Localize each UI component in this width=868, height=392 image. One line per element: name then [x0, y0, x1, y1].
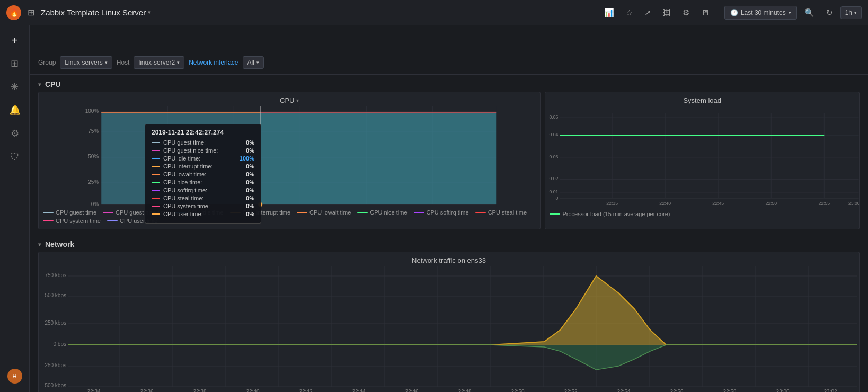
- app-logo[interactable]: 🔥: [6, 5, 21, 20]
- time-picker[interactable]: 🕐 Last 30 minutes ▾: [724, 6, 797, 20]
- legend-item: CPU guest time: [43, 209, 96, 216]
- tooltip-row-nice: CPU nice time: 0%: [152, 179, 254, 185]
- sidebar-item-shield[interactable]: 🛡: [4, 146, 25, 167]
- cpu-tooltip: 2019-11-21 22:42:27.274 CPU guest time: …: [145, 124, 261, 224]
- tooltip-dot: [152, 182, 160, 183]
- topbar-actions: 📊 ☆ ↗ 🖼 ⚙ 🖥 🕐 Last 30 minutes ▾ 🔍 ↻ 1h ▾: [600, 5, 862, 21]
- legend-item: CPU nice time: [357, 209, 407, 216]
- star-button[interactable]: ☆: [622, 5, 637, 21]
- svg-text:0 bps: 0 bps: [54, 341, 66, 347]
- svg-text:0.05: 0.05: [550, 114, 559, 120]
- svg-text:22:50: 22:50: [766, 201, 777, 206]
- svg-text:22:58: 22:58: [723, 389, 736, 392]
- sidebar-item-alerts[interactable]: 🔔: [4, 100, 25, 121]
- sysload-chart: System load 0.05 0.04 0.03 0.02 0.01 0: [545, 92, 860, 229]
- svg-text:100%: 100%: [85, 108, 99, 114]
- interval-dropdown[interactable]: 1h ▾: [840, 6, 862, 19]
- cpu-section-title: CPU: [45, 80, 61, 88]
- svg-text:250 kbps: 250 kbps: [45, 320, 66, 326]
- tooltip-dot: [152, 213, 160, 215]
- svg-text:0.03: 0.03: [550, 154, 559, 159]
- legend-item: CPU system time: [43, 218, 101, 224]
- sidebar-item-add[interactable]: +: [4, 30, 25, 51]
- svg-rect-28: [545, 113, 859, 200]
- time-label: Last 30 minutes: [741, 9, 786, 16]
- network-chart-title: Network traffic on ens33: [39, 252, 859, 266]
- tooltip-timestamp: 2019-11-21 22:42:27.274: [152, 129, 254, 136]
- refresh-button[interactable]: ↻: [822, 5, 837, 21]
- app-title[interactable]: Zabbix Template Linux Server ▾: [41, 8, 151, 17]
- svg-text:22:42: 22:42: [299, 389, 312, 392]
- sidebar-item-settings[interactable]: ⚙: [4, 123, 25, 144]
- sidebar-item-compass[interactable]: ✳: [4, 76, 25, 97]
- svg-text:22:34: 22:34: [87, 389, 100, 392]
- tooltip-row-softirq: CPU softirq time: 0%: [152, 187, 254, 193]
- svg-text:-250 kbps: -250 kbps: [43, 362, 66, 368]
- tooltip-row-interrupt: CPU interrupt time: 0%: [152, 163, 254, 170]
- filter-bar: Group Linux servers ▾ Host linux-server2…: [30, 51, 868, 75]
- svg-text:750 kbps: 750 kbps: [45, 272, 66, 278]
- host-label: Host: [117, 59, 130, 66]
- cpu-collapse-icon[interactable]: ▾: [38, 82, 41, 87]
- host-dropdown[interactable]: linux-server2 ▾: [134, 56, 184, 69]
- share-button[interactable]: ↗: [640, 5, 656, 21]
- tooltip-dot: [152, 198, 160, 199]
- svg-text:22:54: 22:54: [617, 389, 630, 392]
- svg-text:22:56: 22:56: [670, 389, 683, 392]
- group-label: Group: [38, 59, 56, 66]
- tooltip-dot: [152, 206, 160, 207]
- svg-text:22:52: 22:52: [564, 389, 577, 392]
- svg-text:22:35: 22:35: [607, 201, 618, 206]
- settings-button[interactable]: ⚙: [678, 5, 694, 21]
- svg-text:0: 0: [556, 195, 559, 201]
- tooltip-row-iowait: CPU iowait time: 0%: [152, 171, 254, 177]
- network-section-header: ▾ Network: [30, 235, 868, 252]
- svg-text:0%: 0%: [91, 201, 99, 207]
- avatar[interactable]: H: [7, 369, 22, 384]
- svg-text:22:38: 22:38: [193, 389, 206, 392]
- tooltip-row-user: CPU user time: 0%: [152, 211, 254, 217]
- svg-text:22:45: 22:45: [713, 201, 724, 206]
- svg-text:50%: 50%: [88, 154, 99, 159]
- display-button[interactable]: 🖥: [697, 5, 713, 20]
- svg-text:22:48: 22:48: [458, 389, 471, 392]
- sysload-legend: Processor load (15 min average per core): [545, 209, 859, 220]
- group-dropdown[interactable]: Linux servers ▾: [60, 56, 112, 69]
- sidebar-item-dashboard[interactable]: ⊞: [4, 53, 25, 74]
- tooltip-row-system: CPU system time: 0%: [152, 203, 254, 209]
- tooltip-row-idle: CPU idle time: 100%: [152, 155, 254, 162]
- add-panel-button[interactable]: 📊: [600, 5, 618, 21]
- cpu-chart-svg: 100% 75% 50% 25% 0%: [39, 106, 540, 207]
- tooltip-dot: [152, 158, 160, 159]
- svg-text:22:40: 22:40: [246, 389, 259, 392]
- svg-text:0.04: 0.04: [550, 132, 559, 137]
- cpu-chart-title: CPU ▾: [39, 92, 540, 106]
- svg-text:0.01: 0.01: [550, 189, 559, 194]
- network-section-title: Network: [45, 240, 74, 248]
- search-button[interactable]: 🔍: [800, 5, 819, 21]
- svg-text:22:40: 22:40: [660, 201, 671, 206]
- divider: [719, 6, 719, 19]
- tooltip-row-guest: CPU guest time: 0%: [152, 139, 254, 146]
- tooltip-dot: [152, 174, 160, 175]
- interface-dropdown[interactable]: All ▾: [243, 56, 264, 69]
- network-chart-svg: 750 kbps 500 kbps 250 kbps 0 bps -250 kb…: [39, 266, 859, 392]
- svg-text:22:55: 22:55: [819, 201, 830, 206]
- sidebar: + ⊞ ✳ 🔔 ⚙ 🛡 H: [0, 25, 30, 392]
- cpu-charts-row: CPU ▾ 100% 75% 50% 25% 0%: [30, 92, 868, 235]
- svg-text:23:00: 23:00: [848, 201, 859, 206]
- svg-text:23:00: 23:00: [776, 389, 789, 392]
- svg-text:22:44: 22:44: [352, 389, 365, 392]
- svg-text:75%: 75%: [88, 128, 99, 134]
- network-collapse-icon[interactable]: ▾: [38, 242, 41, 247]
- network-chart: Network traffic on ens33 750 kbps 500 kb…: [38, 252, 860, 392]
- gallery-button[interactable]: 🖼: [659, 5, 675, 20]
- legend-item: CPU steal time: [475, 209, 527, 216]
- cpu-section-header: ▾ CPU: [30, 75, 868, 92]
- grid-icon[interactable]: ⊞: [25, 5, 37, 20]
- sysload-chart-svg: 0.05 0.04 0.03 0.02 0.01 0: [545, 106, 859, 207]
- tooltip-row-guest-nice: CPU guest nice time: 0%: [152, 147, 254, 154]
- svg-text:22:46: 22:46: [405, 389, 418, 392]
- svg-text:22:36: 22:36: [140, 389, 153, 392]
- tooltip-dot: [152, 190, 160, 191]
